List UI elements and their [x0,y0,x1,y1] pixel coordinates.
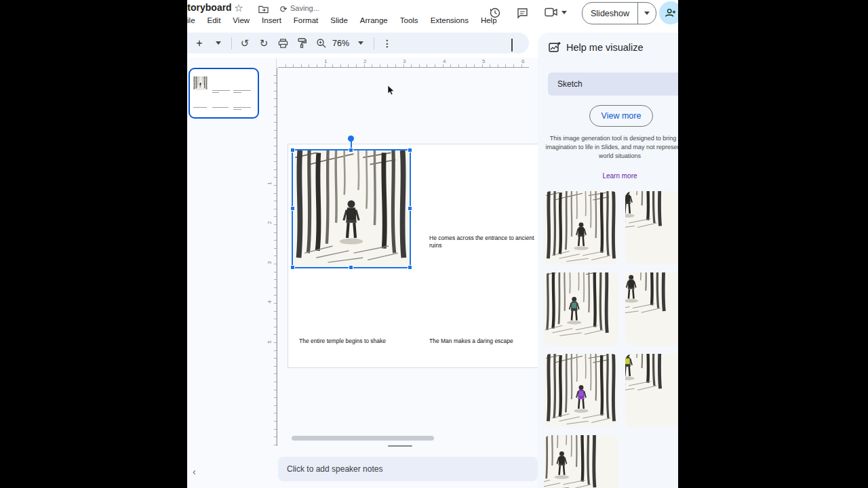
person-add-icon [665,7,677,18]
slide-sketch-image [293,150,410,267]
thumb-sketch-image [193,74,208,93]
new-slide-dropdown[interactable] [210,35,226,52]
panel-title: Help me visualize [566,42,644,53]
ruler-mark: 4 [267,300,273,303]
selected-image[interactable] [293,150,410,267]
generated-image-6[interactable] [625,354,678,427]
learn-more-link[interactable]: Learn more [539,172,678,180]
sketch-hiker-yellow-pack [625,354,678,427]
mouse-cursor [387,85,395,96]
slide-thumbnail-1[interactable] [189,68,259,119]
resize-handle-sw[interactable] [290,265,295,270]
menu-tools[interactable]: Tools [395,15,423,26]
more-options-kebab[interactable]: ⋮ [379,35,395,52]
view-more-label: View more [601,111,642,121]
join-call-button[interactable] [545,7,567,17]
ruler-mark: 3 [403,58,406,64]
resize-handle-w[interactable] [290,206,295,211]
speaker-notes-placeholder: Click to add speaker notes [287,464,382,474]
google-slides-window: Storyboard ☆ ⟳ Saving... Slideshow File … [187,0,678,488]
resize-handle-n[interactable] [349,148,353,152]
menu-help[interactable]: Help [476,15,502,26]
star-icon[interactable]: ☆ [232,1,245,15]
redo-button[interactable]: ↻ [256,35,272,52]
share-button[interactable] [659,1,678,24]
resize-handle-nw[interactable] [290,148,295,152]
video-camera-icon [545,7,558,17]
vertical-ruler: 1 2 3 4 5 [268,68,277,446]
menu-view[interactable]: View [228,15,254,26]
chevron-down-icon [561,11,567,14]
resize-handle-e[interactable] [408,206,412,211]
video-frame: Storyboard ☆ ⟳ Saving... Slideshow File … [0,0,868,488]
zoom-icon[interactable] [313,35,329,52]
ruler-mark: 4 [443,58,446,64]
generated-image-4[interactable] [625,272,678,346]
menu-insert[interactable]: Insert [257,15,286,26]
prompt-value: Sketch [557,79,583,89]
toolbar: + ↺ ↻ 76% ⋮ [187,33,529,54]
chevron-down-icon [216,41,221,45]
caption-shake[interactable]: The entire temple begins to shake [299,338,414,345]
speaker-notes[interactable]: Click to add speaker notes [278,457,538,481]
resize-handle-se[interactable] [408,265,412,270]
generated-image-7[interactable] [544,435,618,488]
zoom-dropdown[interactable] [353,35,369,52]
image-sparkle-icon [549,41,561,56]
caption-ruins[interactable]: He comes across the entrance to ancient … [429,235,548,249]
toolbar-separator [374,37,374,49]
slideshow-dropdown[interactable] [637,3,656,24]
ruler-mark: 3 [267,261,273,264]
sketch-hiker-closeup-bottom [544,435,618,488]
notes-resize-handle[interactable] [388,445,412,447]
move-folder-icon[interactable] [256,2,270,16]
menu-bar: File Edit View Insert Format Slide Arran… [187,15,502,26]
generated-image-5[interactable] [544,354,618,427]
ruler-mark: 5 [482,58,485,64]
saving-status[interactable]: Saving... [290,4,319,12]
sketch-hiker-palms-closeup [625,272,678,346]
sketch-hiker-teal-pack [544,272,618,346]
rotation-handle[interactable] [348,136,354,142]
ruler-mark: 5 [267,340,273,343]
generated-image-1[interactable] [544,191,618,264]
menu-file[interactable]: File [187,15,200,26]
menu-extensions[interactable]: Extensions [426,15,473,26]
new-slide-button[interactable]: + [191,35,208,52]
disclaimer-text: This image generation tool is designed t… [539,134,678,161]
collapse-toolbar-button[interactable] [511,40,513,52]
zoom-level[interactable]: 76% [332,39,349,48]
chevron-up-icon [511,39,513,52]
sketch-hiker-forest [544,191,618,264]
menu-format[interactable]: Format [289,15,323,26]
collapse-filmstrip-button[interactable]: ‹ [193,466,196,477]
document-title[interactable]: Storyboard [187,2,232,13]
chevron-down-icon [644,12,650,15]
horizontal-ruler: 1 2 3 4 5 6 [278,58,529,68]
caption-escape[interactable]: The Man makes a daring escape [429,338,545,345]
resize-handle-s[interactable] [349,265,353,270]
slideshow-button[interactable]: Slideshow [582,2,656,24]
resize-handle-ne[interactable] [408,148,412,152]
toolbar-separator [231,37,232,49]
print-button[interactable] [275,35,291,52]
sketch-hiker-purple-jacket [544,354,618,427]
ruler-mark: 2 [267,221,273,224]
ruler-mark: 2 [363,58,366,64]
menu-edit[interactable]: Edit [203,15,226,26]
horizontal-scrollbar[interactable] [292,436,434,441]
ruler-mark: 1 [267,182,273,184]
generated-image-3[interactable] [544,272,618,346]
view-more-button[interactable]: View more [589,105,653,127]
help-me-visualize-panel: Help me visualize Sketch View more This … [538,33,678,488]
menu-slide[interactable]: Slide [326,15,353,26]
ruler-mark: 1 [324,58,327,64]
comments-icon[interactable] [515,6,529,20]
paint-format-button[interactable] [294,35,310,52]
sync-saving-icon: ⟳ [277,2,290,16]
menu-arrange[interactable]: Arrange [355,15,393,26]
generated-image-2[interactable] [625,191,678,264]
prompt-input[interactable]: Sketch [548,73,678,96]
sketch-hiker-closeup [625,191,678,264]
undo-button[interactable]: ↺ [237,35,253,52]
